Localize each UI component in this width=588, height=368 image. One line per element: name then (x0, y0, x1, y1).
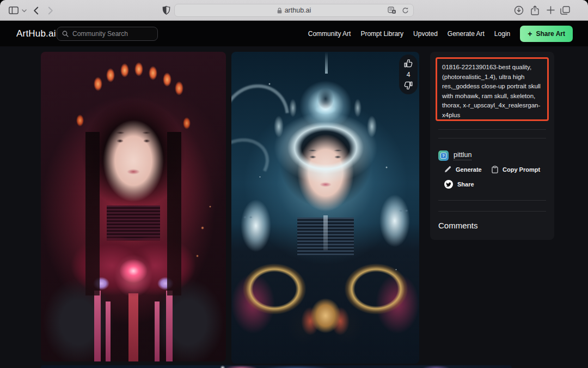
new-tab-icon[interactable] (547, 6, 555, 14)
copy-prompt-label: Copy Prompt (503, 166, 540, 173)
nav-prompt-library[interactable]: Prompt Library (360, 30, 403, 38)
nav-upvoted[interactable]: Upvoted (413, 30, 438, 38)
comments-heading: Comments (438, 221, 478, 230)
reload-icon[interactable] (402, 7, 409, 14)
generate-label: Generate (456, 166, 482, 173)
upvote-button[interactable] (404, 59, 413, 68)
artwork-red-portrait[interactable] (41, 52, 226, 361)
author-row: ? pittlun (438, 150, 471, 161)
author-name[interactable]: pittlun (454, 151, 471, 160)
divider (438, 129, 546, 130)
site-nav: ArtHub.ai Community Art Prompt Library U… (0, 21, 588, 46)
details-panel: 01816-2221390163-best quality, (photorea… (430, 52, 554, 240)
browser-toolbar: arthub.ai (0, 0, 588, 21)
broken-image-icon: ? (440, 153, 446, 159)
community-search-box[interactable] (57, 27, 158, 41)
plus-icon: + (528, 30, 532, 38)
vote-widget: 4 (399, 55, 418, 94)
tab-overview-icon[interactable] (560, 6, 570, 15)
sidebar-toggle-icon[interactable] (9, 7, 19, 14)
artwork-blue-portrait[interactable]: 4 (231, 52, 419, 364)
share-post-button[interactable]: Share (444, 180, 474, 189)
divider (438, 200, 546, 201)
address-bar[interactable]: arthub.ai (174, 4, 414, 17)
prompt-text-box[interactable]: 01816-2221390163-best quality, (photorea… (436, 57, 549, 121)
sidebar-chevron-down-icon[interactable] (22, 9, 27, 13)
twitter-icon (444, 180, 453, 189)
next-gallery-row-sliver[interactable] (41, 365, 512, 368)
downloads-icon[interactable] (514, 5, 524, 15)
share-post-label: Share (457, 181, 474, 188)
forward-button-icon[interactable] (48, 7, 53, 15)
site-logo[interactable]: ArtHub.ai (16, 28, 56, 39)
nav-generate-art[interactable]: Generate Art (448, 30, 485, 38)
search-input[interactable] (72, 30, 157, 38)
share-art-label: Share Art (536, 30, 565, 38)
divider (438, 138, 546, 138)
downvote-button[interactable] (404, 81, 413, 89)
author-avatar[interactable]: ? (438, 150, 449, 161)
privacy-shield-icon[interactable] (162, 5, 170, 15)
divider (438, 211, 546, 212)
vote-count: 4 (407, 71, 411, 79)
nav-login[interactable]: Login (494, 30, 510, 38)
generate-button[interactable]: Generate (444, 166, 482, 173)
page-settings-icon[interactable] (388, 7, 396, 14)
lock-icon (277, 8, 282, 14)
url-text: arthub.ai (285, 7, 311, 14)
pencil-icon (444, 166, 451, 173)
back-button-icon[interactable] (33, 7, 39, 15)
search-icon (62, 31, 69, 37)
nav-community-art[interactable]: Community Art (308, 30, 351, 38)
share-icon[interactable] (531, 5, 539, 15)
clipboard-icon (492, 166, 498, 173)
share-art-button[interactable]: + Share Art (520, 26, 573, 42)
copy-prompt-button[interactable]: Copy Prompt (492, 166, 540, 173)
browser-window: arthub.ai ArtHub.ai (0, 0, 588, 368)
